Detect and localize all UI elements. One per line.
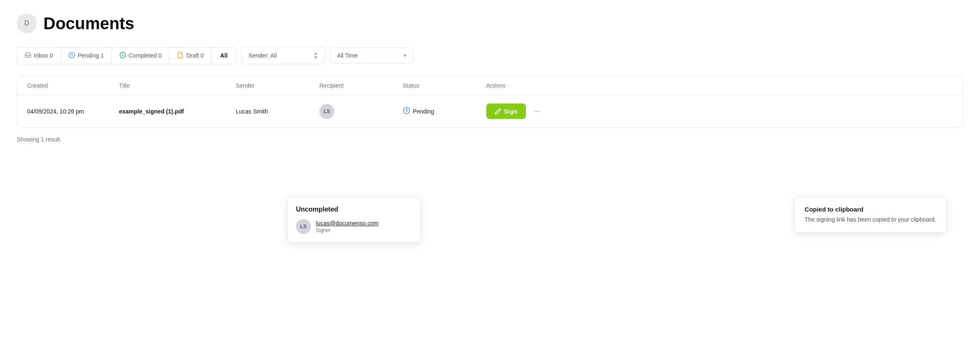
table-header: Created Title Sender Recipient Status Ac… (17, 76, 963, 95)
sender-filter-label: Sender: All (248, 52, 277, 59)
documents-table: Created Title Sender Recipient Status Ac… (17, 76, 963, 128)
page-header: D Documents (17, 13, 963, 33)
draft-icon (177, 52, 184, 60)
status-label: Pending (413, 108, 434, 115)
time-filter[interactable]: All Time ▾ (330, 48, 413, 63)
page-avatar: D (17, 13, 37, 33)
inbox-icon (25, 52, 31, 60)
more-actions-button[interactable]: ··· (530, 104, 544, 119)
tab-pending-label: Pending 1 (78, 52, 104, 59)
time-filter-label: All Time (337, 52, 358, 59)
cell-created: 04/09/2024, 10:26 pm (27, 108, 119, 115)
cell-status: Pending (403, 107, 486, 116)
tab-inbox[interactable]: Inbox 0 (17, 48, 61, 64)
sender-filter-icon: ▲▼ (313, 51, 318, 60)
table-row: 04/09/2024, 10:26 pm example_signed (1).… (17, 95, 963, 127)
completed-icon (119, 52, 126, 60)
header-actions: Actions (486, 82, 953, 89)
cell-recipient: LS (319, 104, 403, 119)
sender-filter[interactable]: Sender: All ▲▼ (241, 47, 325, 64)
tab-draft-label: Draft 0 (186, 52, 204, 59)
toast-body: The signing link has been copied to your… (805, 215, 936, 224)
header-title: Title (119, 82, 236, 89)
recipient-avatar[interactable]: LS (319, 104, 334, 119)
popup-signer-info: lucas@documenso.com Signer (316, 220, 379, 233)
header-status: Status (403, 82, 486, 89)
tab-inbox-label: Inbox 0 (34, 52, 53, 59)
tab-completed[interactable]: Completed 0 (112, 48, 169, 64)
filter-bar: Inbox 0 Pending 1 (17, 47, 963, 64)
popup-signer-avatar: LS (296, 219, 311, 234)
popup-signer-row: LS lucas@documenso.com Signer (296, 219, 412, 234)
tab-draft[interactable]: Draft 0 (169, 48, 212, 64)
header-sender: Sender (236, 82, 319, 89)
cell-sender: Lucas Smith (236, 108, 319, 115)
tab-all[interactable]: All (212, 48, 236, 63)
cell-title: example_signed (1).pdf (119, 108, 236, 115)
time-filter-chevron-icon: ▾ (404, 53, 406, 58)
tab-pending[interactable]: Pending 1 (61, 48, 112, 64)
popup-uncompleted-title: Uncompleted (296, 206, 412, 213)
status-pending-icon (403, 107, 410, 116)
pending-icon (68, 52, 75, 60)
popup-signer-email[interactable]: lucas@documenso.com (316, 220, 379, 227)
sign-button-label: Sign (504, 108, 518, 115)
page-title: Documents (43, 14, 134, 33)
header-created: Created (27, 82, 119, 89)
header-recipient: Recipient (319, 82, 403, 89)
sign-button[interactable]: Sign (486, 103, 526, 119)
uncompleted-popup: Uncompleted LS lucas@documenso.com Signe… (287, 197, 421, 243)
showing-text: Showing 1 result. (17, 136, 963, 143)
popup-signer-role: Signer (316, 227, 379, 233)
tab-all-label: All (220, 52, 227, 59)
cell-actions: Sign ··· (486, 103, 953, 119)
filter-tabs: Inbox 0 Pending 1 (17, 47, 236, 64)
tab-completed-label: Completed 0 (129, 52, 162, 59)
clipboard-toast: Copied to clipboard The signing link has… (794, 197, 947, 233)
toast-title: Copied to clipboard (805, 206, 936, 213)
